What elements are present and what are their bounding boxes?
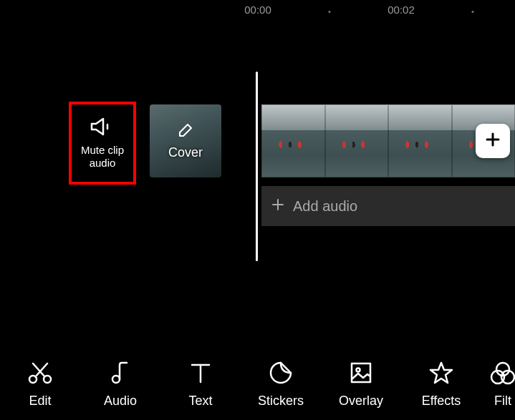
timeline-area: Mute clip audio Cover Add audio xyxy=(0,72,515,265)
effects-button[interactable]: Effects xyxy=(401,361,481,409)
text-label: Text xyxy=(188,394,212,409)
svg-rect-3 xyxy=(352,363,370,382)
effects-label: Effects xyxy=(422,394,461,409)
plus-icon xyxy=(484,131,501,151)
stickers-button[interactable]: Stickers xyxy=(241,361,321,409)
add-audio-label: Add audio xyxy=(293,198,357,215)
audio-label: Audio xyxy=(104,394,137,409)
sticker-icon xyxy=(269,361,293,385)
text-icon xyxy=(188,361,213,385)
ruler-time-2: 00:02 xyxy=(388,4,415,16)
overlay-button[interactable]: Overlay xyxy=(321,361,401,409)
filters-button[interactable]: Filt xyxy=(481,361,515,409)
time-ruler: 00:00 00:02 xyxy=(0,4,515,25)
ruler-time-0: 00:00 xyxy=(244,4,271,16)
mute-label: Mute clip audio xyxy=(81,144,124,170)
edit-button[interactable]: Edit xyxy=(0,361,80,409)
svg-point-2 xyxy=(112,376,120,383)
stickers-label: Stickers xyxy=(258,394,304,409)
edit-label: Edit xyxy=(29,394,51,409)
playhead[interactable] xyxy=(256,72,258,261)
mute-clip-audio-button[interactable]: Mute clip audio xyxy=(69,102,136,185)
add-clip-button[interactable] xyxy=(476,124,510,158)
pencil-icon xyxy=(178,122,193,141)
music-note-icon xyxy=(108,361,133,385)
filters-label: Filt xyxy=(494,394,511,409)
text-button[interactable]: Text xyxy=(160,361,241,409)
overlay-label: Overlay xyxy=(339,394,383,409)
plus-icon xyxy=(271,198,284,215)
image-icon xyxy=(349,361,373,385)
star-icon xyxy=(428,361,454,385)
clip-frame xyxy=(261,104,325,177)
audio-button[interactable]: Audio xyxy=(80,361,160,409)
svg-point-4 xyxy=(357,368,360,372)
ruler-tick xyxy=(472,11,474,13)
add-audio-button[interactable]: Add audio xyxy=(261,186,515,226)
ruler-tick xyxy=(329,11,331,13)
bottom-toolbar: Edit Audio Text Stickers xyxy=(0,344,515,409)
volume-icon xyxy=(90,117,115,140)
cover-label: Cover xyxy=(168,145,203,160)
clip-frame xyxy=(325,104,389,177)
cover-button[interactable]: Cover xyxy=(150,104,221,177)
clip-frame xyxy=(388,104,452,177)
filters-icon xyxy=(490,361,515,385)
scissors-icon xyxy=(26,361,54,385)
